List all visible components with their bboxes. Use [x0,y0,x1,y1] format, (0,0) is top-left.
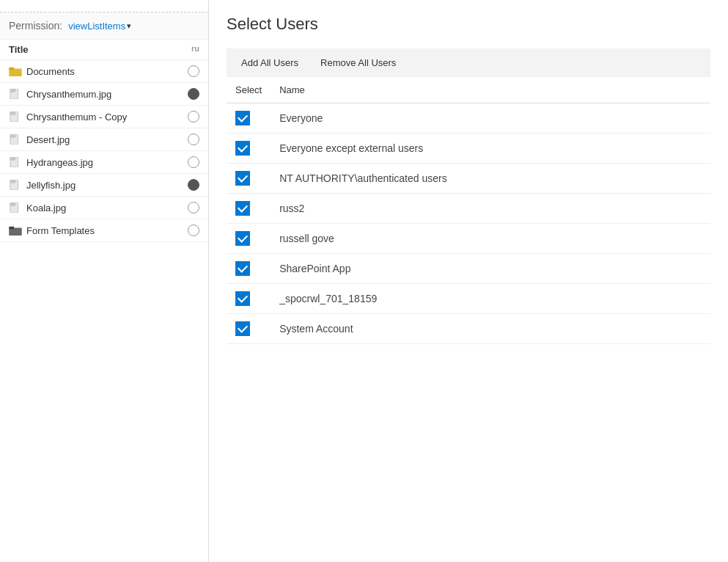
file-icon [9,180,22,190]
file-list: Documents Chrysanthemum.jpg Chrysanthemu… [0,60,208,562]
file-list-ru-col: ru [177,44,199,55]
user-name: Everyone except external users [271,134,710,164]
user-checkbox-cell[interactable] [227,224,271,254]
panel-title: Select Users [227,15,710,34]
user-checkbox[interactable] [235,141,250,156]
col-name-header: Name [271,77,710,103]
file-select-radio[interactable] [188,225,199,236]
right-panel: Select Users Add All Users Remove All Us… [209,0,728,562]
svg-rect-13 [10,202,15,205]
svg-rect-1 [9,67,14,70]
list-item[interactable]: Documents [0,60,208,83]
remove-all-users-button[interactable]: Remove All Users [320,56,396,70]
file-icon [9,202,22,213]
file-type-icon [9,89,22,99]
add-all-users-button[interactable]: Add All Users [241,56,298,70]
file-type-icon [9,202,22,213]
table-row: NT AUTHORITY\authenticated users [227,164,710,194]
left-panel: Permission: viewListItems ▾ Title ru Doc… [0,0,209,562]
toolbar-row: Add All Users Remove All Users [227,48,710,77]
table-row: russ2 [227,194,710,224]
table-row: SharePoint App [227,254,710,284]
file-list-header: Title ru [0,40,208,60]
file-list-title-col: Title [9,44,177,55]
user-checkbox[interactable] [235,111,250,125]
list-item[interactable]: Desert.jpg [0,128,208,151]
file-name: Koala.jpg [26,202,188,214]
user-checkbox-cell[interactable] [227,103,271,134]
list-item[interactable]: Hydrangeas.jpg [0,151,208,174]
permission-value: viewListItems [68,21,125,32]
user-checkbox-cell[interactable] [227,164,271,194]
file-icon [9,89,22,99]
table-row: Everyone except external users [227,134,710,164]
file-select-radio[interactable] [188,111,199,123]
user-checkbox[interactable] [235,201,250,216]
users-table: Select Name Everyone Everyone except ext… [227,77,710,344]
file-name: Chrysanthemum - Copy [26,112,188,123]
file-select-radio[interactable] [188,202,199,214]
file-name: Chrysanthemum.jpg [26,89,188,100]
user-name: Everyone [271,103,710,134]
table-row: _spocrwl_701_18159 [227,284,710,314]
permission-row: Permission: viewListItems ▾ [0,12,208,40]
file-type-icon [9,66,22,76]
file-name: Form Templates [26,225,188,236]
svg-rect-11 [10,180,15,183]
user-checkbox-cell[interactable] [227,194,271,224]
file-name: Hydrangeas.jpg [26,157,188,168]
users-table-header-row: Select Name [227,77,710,103]
list-item[interactable]: Chrysanthemum - Copy [0,106,208,128]
file-select-radio[interactable] [188,134,199,145]
user-checkbox[interactable] [235,321,250,336]
table-row: Everyone [227,103,710,134]
list-item[interactable]: Chrysanthemum.jpg [0,83,208,106]
folder-icon [9,66,22,76]
list-item[interactable]: Koala.jpg [0,197,208,219]
table-row: russell gove [227,224,710,254]
file-icon [9,157,22,167]
svg-rect-7 [10,134,15,137]
file-type-icon [9,134,22,145]
user-name: russell gove [271,224,710,254]
svg-rect-5 [10,112,15,114]
user-name: russ2 [271,194,710,224]
list-item[interactable]: Form Templates [0,219,208,242]
user-checkbox[interactable] [235,261,250,276]
permission-label: Permission: [9,20,62,32]
folder-icon [9,225,22,236]
user-checkbox-cell[interactable] [227,254,271,284]
file-select-radio[interactable] [188,65,199,77]
file-type-icon [9,180,22,190]
user-name: SharePoint App [271,254,710,284]
file-name: Jellyfish.jpg [26,180,188,191]
svg-rect-3 [10,89,15,92]
svg-rect-9 [10,157,15,160]
file-name: Desert.jpg [26,134,188,145]
list-item[interactable]: Jellyfish.jpg [0,174,208,197]
file-name: Documents [26,66,188,77]
file-type-icon [9,112,22,122]
left-top-area [0,0,208,12]
file-select-radio[interactable] [188,88,199,100]
col-select-header: Select [227,77,271,103]
permission-dropdown-icon[interactable]: ▾ [127,21,131,31]
user-checkbox-cell[interactable] [227,314,271,344]
svg-rect-15 [9,227,14,230]
file-icon [9,112,22,122]
file-type-icon [9,157,22,167]
file-select-radio[interactable] [188,156,199,168]
table-row: System Account [227,314,710,344]
user-name: System Account [271,314,710,344]
file-type-icon [9,225,22,236]
user-name: _spocrwl_701_18159 [271,284,710,314]
file-select-radio[interactable] [188,179,199,191]
user-checkbox[interactable] [235,231,250,246]
user-checkbox-cell[interactable] [227,134,271,164]
user-checkbox[interactable] [235,291,250,306]
user-checkbox-cell[interactable] [227,284,271,314]
file-icon [9,134,22,145]
user-name: NT AUTHORITY\authenticated users [271,164,710,194]
user-checkbox[interactable] [235,171,250,186]
